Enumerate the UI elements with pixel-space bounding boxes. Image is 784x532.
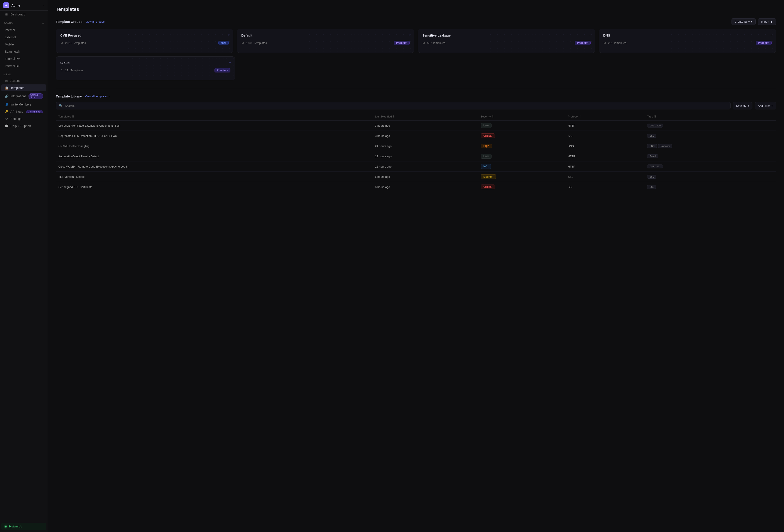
sidebar-item-internal[interactable]: Internal bbox=[1, 27, 47, 33]
header-buttons: Create New ▾ Import ⬆ bbox=[731, 18, 776, 25]
severity-filter-button[interactable]: Severity ▾ bbox=[733, 102, 752, 110]
card-template-icon: 🗂 bbox=[241, 41, 244, 45]
menu-section-label: Menu bbox=[0, 70, 48, 77]
th-sort-modified[interactable]: Last Modified ⇅ bbox=[375, 115, 395, 118]
severity-badge: Info bbox=[481, 164, 491, 169]
system-status: System Up bbox=[1, 523, 47, 530]
view-all-groups-link[interactable]: View all groups › bbox=[85, 20, 106, 23]
card-footer: 🗂 587 Templates Premium bbox=[422, 41, 591, 45]
table-row[interactable]: CNAME Detect Dangling 24 hours ago High … bbox=[56, 141, 776, 151]
template-library-title: Template Library bbox=[56, 94, 82, 98]
sidebar-item-label: Dashboard bbox=[10, 12, 26, 16]
table-row[interactable]: Microsoft FrontPage Extensions Check (sh… bbox=[56, 121, 776, 131]
group-card-cve-focused[interactable]: + CVE Focused 🗂 2,312 Templates New bbox=[56, 29, 233, 53]
sidebar-item-help[interactable]: 💬Help & Support bbox=[1, 122, 47, 129]
scans-add-icon[interactable]: + bbox=[42, 22, 44, 25]
section-divider bbox=[56, 88, 776, 88]
th-sort-templates[interactable]: Templates ⇅ bbox=[58, 115, 74, 118]
card-name: CVE Focused bbox=[60, 33, 229, 37]
cell-severity: Low bbox=[478, 121, 565, 131]
sidebar-item-internal-pm[interactable]: Internal PM bbox=[1, 55, 47, 62]
app-name: Acme bbox=[11, 3, 40, 7]
group-card-dns[interactable]: + DNS 🗂 231 Templates Premium bbox=[599, 29, 776, 53]
table-row[interactable]: Cisco WebEx - Remote Code Execution (Apa… bbox=[56, 161, 776, 172]
cell-tags: CVE-2000 bbox=[644, 121, 776, 131]
table-row[interactable]: Deprecated TLS Detection (TLS 1.1 or SSL… bbox=[56, 131, 776, 141]
cell-last-modified: 19 hours ago bbox=[372, 151, 478, 161]
table-header: Templates ⇅ Last Modified ⇅ Severity ⇅ bbox=[56, 113, 776, 121]
templates-icon: 📋 bbox=[5, 86, 8, 90]
create-new-button[interactable]: Create New ▾ bbox=[731, 18, 756, 25]
template-groups-title: Template Groups bbox=[56, 20, 82, 24]
template-groups-header: Template Groups View all groups › Create… bbox=[56, 18, 776, 25]
group-card-cloud[interactable]: + Cloud 🗂 231 Templates Premium bbox=[56, 56, 235, 80]
sidebar-item-dashboard[interactable]: ⊡ Dashboard bbox=[1, 11, 47, 18]
integrations-badge: Coming Soon bbox=[29, 93, 43, 99]
cell-protocol: HTTP bbox=[565, 121, 644, 131]
assets-icon: ⊞ bbox=[5, 79, 8, 83]
section-header-left: Template Groups View all groups › bbox=[56, 20, 107, 24]
search-input[interactable] bbox=[65, 104, 727, 108]
cell-protocol: DNS bbox=[565, 141, 644, 151]
sidebar-item-scanme[interactable]: Scanme.sh bbox=[1, 48, 47, 55]
severity-badge: Low bbox=[481, 123, 492, 128]
label: Internal BE bbox=[5, 64, 20, 68]
view-all-templates-link[interactable]: View all templates › bbox=[85, 95, 110, 98]
severity-badge: High bbox=[481, 144, 492, 148]
template-groups-grid: + CVE Focused 🗂 2,312 Templates New + De… bbox=[56, 29, 776, 53]
sidebar-item-mobile[interactable]: Mobile bbox=[1, 41, 47, 48]
sidebar-item-assets[interactable]: ⊞Assets bbox=[1, 77, 47, 84]
cell-protocol: HTTP bbox=[565, 161, 644, 172]
table-row[interactable]: TLS Version - Detect 6 hours ago Medium … bbox=[56, 172, 776, 182]
card-badge: Premium bbox=[215, 68, 230, 72]
card-footer: 🗂 231 Templates Premium bbox=[60, 68, 230, 72]
sidebar-item-templates[interactable]: 📋Templates bbox=[1, 84, 47, 91]
table-body: Microsoft FrontPage Extensions Check (sh… bbox=[56, 121, 776, 192]
sidebar-label: Help & Support bbox=[10, 124, 31, 128]
th-sort-tags[interactable]: Tags ⇅ bbox=[647, 115, 656, 118]
search-box[interactable]: 🔍 bbox=[56, 102, 731, 110]
sidebar-item-settings[interactable]: ⚙Settings bbox=[1, 115, 47, 122]
card-name: Cloud bbox=[60, 61, 230, 65]
logo-letter: A bbox=[5, 4, 7, 7]
cell-name: AutomationDirect Panel - Detect bbox=[56, 151, 372, 161]
cell-tags: SSL bbox=[644, 131, 776, 141]
sidebar-item-api-keys[interactable]: 🔑API KeysComing Soon bbox=[1, 108, 47, 115]
sort-icon-tags: ⇅ bbox=[654, 115, 656, 118]
th-last-modified: Last Modified ⇅ bbox=[372, 113, 478, 121]
sidebar-item-invite[interactable]: 👤Invite Members bbox=[1, 101, 47, 108]
main-content: Templates Template Groups View all group… bbox=[48, 0, 784, 532]
app-switcher[interactable]: A Acme ⌄ bbox=[0, 0, 48, 11]
card-footer: 🗂 1,000 Templates Premium bbox=[241, 41, 410, 45]
label: Internal PM bbox=[5, 57, 21, 60]
card-template-icon: 🗂 bbox=[603, 41, 606, 45]
cell-tags: SSL bbox=[644, 182, 776, 192]
group-card-sensitive-leakage[interactable]: + Sensitive Leakage 🗂 587 Templates Prem… bbox=[418, 29, 595, 53]
cell-name: Microsoft FrontPage Extensions Check (sh… bbox=[56, 121, 372, 131]
sidebar-item-integrations[interactable]: 🔗IntegrationsComing Soon bbox=[1, 92, 47, 101]
table-row[interactable]: Self Signed SSL Certificate 6 hours ago … bbox=[56, 182, 776, 192]
th-sort-severity[interactable]: Severity ⇅ bbox=[481, 115, 494, 118]
import-button[interactable]: Import ⬆ bbox=[758, 18, 776, 25]
sidebar-label: API Keys bbox=[10, 110, 23, 113]
card-badge: New bbox=[218, 41, 229, 45]
cell-tags: SSL bbox=[644, 172, 776, 182]
severity-badge: Medium bbox=[481, 174, 496, 179]
card-count: 231 Templates bbox=[65, 69, 83, 72]
help-icon: 💬 bbox=[5, 124, 8, 128]
sidebar-item-external[interactable]: External bbox=[1, 34, 47, 41]
group-card-default[interactable]: + Default 🗂 1,000 Templates Premium bbox=[237, 29, 414, 53]
chevron-right-icon2: › bbox=[108, 95, 109, 98]
cell-last-modified: 6 hours ago bbox=[372, 172, 478, 182]
cell-tags: DNSTakeover bbox=[644, 141, 776, 151]
cell-name: Deprecated TLS Detection (TLS 1.1 or SSL… bbox=[56, 131, 372, 141]
cell-last-modified: 24 hours ago bbox=[372, 141, 478, 151]
scans-section-label: Scans + bbox=[0, 18, 48, 26]
sidebar-item-internal-be[interactable]: Internal BE bbox=[1, 62, 47, 69]
th-sort-protocol[interactable]: Protocol ⇅ bbox=[568, 115, 582, 118]
tag-badge: Takeover bbox=[658, 144, 672, 148]
table-row[interactable]: AutomationDirect Panel - Detect 19 hours… bbox=[56, 151, 776, 161]
app-logo: A bbox=[3, 2, 9, 8]
add-filter-button[interactable]: Add Filter + bbox=[755, 102, 776, 110]
tag-badge: SSL bbox=[647, 175, 656, 179]
